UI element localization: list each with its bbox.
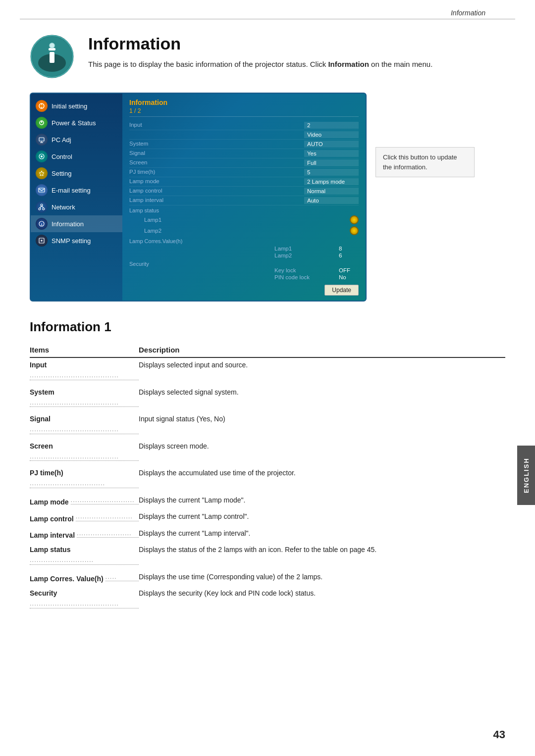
item-description-cell: Input signal status (Yes, No)	[139, 412, 505, 439]
sidebar-item-pc-adj[interactable]: PC Adj	[31, 131, 122, 148]
lamp-status-header: Lamp status	[129, 205, 359, 214]
pin-code-lock-row: PIN code lock No	[129, 274, 359, 281]
network-icon	[36, 201, 48, 213]
svg-point-4	[50, 43, 54, 48]
update-btn-row: Update	[129, 285, 359, 296]
sidebar-item-power-status[interactable]: Power & Status	[31, 114, 122, 131]
table-row: Lamp Corres. Value(h).....Displays the u…	[30, 570, 505, 587]
info-row-input: Input 2	[129, 121, 359, 130]
item-description-cell: Displays the current "Lamp interval".	[139, 526, 505, 543]
information1-heading: Information 1	[30, 319, 505, 335]
sidebar-item-control[interactable]: Control	[31, 148, 122, 165]
info-row-input-source: Video	[129, 130, 359, 140]
information-sidebar-icon: i	[36, 218, 48, 230]
svg-point-14	[41, 155, 43, 157]
sidebar-item-information[interactable]: i Information	[31, 215, 122, 232]
item-description-cell: Displays the status of the 2 lamps with …	[139, 543, 505, 570]
info-panel-page: 1 / 2	[129, 107, 359, 117]
table-row: Lamp control.........................Dis…	[30, 509, 505, 526]
item-description-cell: Displays the current "Lamp mode".	[139, 493, 505, 510]
snmp-icon	[36, 235, 48, 247]
lamp1-corres-row: Lamp1 8	[129, 245, 359, 252]
projector-ui-diagram: Initial setting Power & Status PC Adj	[30, 93, 367, 302]
svg-rect-10	[39, 138, 44, 141]
sidebar: Initial setting Power & Status PC Adj	[31, 94, 122, 301]
item-description-cell: Displays the current "Lamp control".	[139, 509, 505, 526]
info-row-lamp-control: Lamp control Normal	[129, 187, 359, 196]
email-setting-icon	[36, 184, 48, 196]
item-name-cell: PJ time(h)..............................…	[30, 466, 139, 493]
col-header-items: Items	[30, 344, 139, 357]
info-row-screen: Screen Full	[129, 158, 359, 168]
sidebar-item-initial-setting[interactable]: Initial setting	[31, 98, 122, 114]
table-row: Screen..................................…	[30, 439, 505, 466]
key-lock-row: Key lock OFF	[129, 267, 359, 274]
callout-box: Click this button to update the informat…	[375, 147, 475, 177]
security-header: Security	[129, 261, 359, 267]
svg-line-21	[42, 206, 44, 208]
info-panel-title: Information	[129, 99, 359, 106]
info-row-lamp-mode: Lamp mode 2 Lamps mode	[129, 177, 359, 187]
info-row-lamp-interval: Lamp interval Auto	[129, 196, 359, 205]
items-table: Items Description Input.................…	[30, 344, 505, 613]
table-row: Lamp interval........................Dis…	[30, 526, 505, 543]
item-description-cell: Displays the use time (Corresponding val…	[139, 570, 505, 587]
pc-adj-icon	[36, 134, 48, 146]
svg-text:i: i	[41, 222, 42, 227]
table-row: Signal..................................…	[30, 412, 505, 439]
lamp2-corres-row: Lamp2 6	[129, 252, 359, 259]
page-title: Information	[88, 34, 432, 53]
lamp2-icon	[350, 226, 359, 235]
sidebar-item-setting[interactable]: Setting	[31, 165, 122, 182]
page-number: 43	[493, 728, 505, 741]
svg-point-19	[43, 208, 45, 210]
item-name-cell: Lamp status............................	[30, 543, 139, 570]
page-header-italic: Information	[451, 9, 485, 17]
table-row: Lamp mode............................Dis…	[30, 493, 505, 510]
svg-rect-16	[39, 188, 45, 192]
information1-section: Information 1 Items Description Input...…	[30, 319, 505, 613]
svg-point-18	[39, 208, 41, 210]
item-name-cell: Lamp Corres. Value(h).....	[30, 570, 139, 587]
lamp-corres-header: Lamp Corres.Value(h)	[129, 236, 359, 245]
col-header-description: Description	[139, 344, 505, 357]
update-button[interactable]: Update	[324, 285, 359, 296]
item-description-cell: Displays screen mode.	[139, 439, 505, 466]
item-description-cell: Displays the accumulated use time of the…	[139, 466, 505, 493]
page-description: This page is to display the basic inform…	[88, 58, 432, 70]
title-section: Information This page is to display the …	[30, 34, 505, 79]
lamp1-row: Lamp1	[129, 214, 359, 225]
lamp2-row: Lamp2	[129, 225, 359, 236]
info-row-system: System AUTO	[129, 140, 359, 149]
svg-line-20	[40, 206, 42, 208]
item-name-cell: Lamp control.........................	[30, 509, 139, 526]
table-row: System..................................…	[30, 385, 505, 412]
item-name-cell: Screen..................................…	[30, 439, 139, 466]
sidebar-item-email-setting[interactable]: E-mail setting	[31, 182, 122, 199]
info-row-pj-time: PJ time(h) 5	[129, 168, 359, 177]
info-row-signal: Signal Yes	[129, 149, 359, 158]
security-section: Security Key lock OFF PIN code lock No	[129, 261, 359, 281]
lamp1-icon	[350, 215, 359, 224]
svg-rect-3	[50, 52, 54, 63]
diagram-callout: Click this button to update the informat…	[375, 117, 475, 177]
item-name-cell: Security................................…	[30, 586, 139, 613]
title-text-block: Information This page is to display the …	[88, 34, 432, 70]
item-name-cell: Input...................................…	[30, 357, 139, 385]
control-icon	[36, 151, 48, 162]
sidebar-item-network[interactable]: Network	[31, 199, 122, 215]
item-name-cell: Lamp interval........................	[30, 526, 139, 543]
initial-setting-icon	[36, 100, 48, 112]
table-row: Lamp status............................D…	[30, 543, 505, 570]
item-name-cell: System..................................…	[30, 385, 139, 412]
english-tab: ENGLISH	[517, 446, 535, 505]
information-icon	[30, 34, 74, 79]
diagram-wrapper: Initial setting Power & Status PC Adj	[30, 93, 505, 302]
item-description-cell: Displays selected signal system.	[139, 385, 505, 412]
sidebar-item-snmp-setting[interactable]: SNMP setting	[31, 232, 122, 249]
power-status-icon	[36, 117, 48, 129]
setting-icon	[36, 167, 48, 179]
item-description-cell: Displays selected input and source.	[139, 357, 505, 385]
item-name-cell: Lamp mode............................	[30, 493, 139, 510]
table-row: Input...................................…	[30, 357, 505, 385]
